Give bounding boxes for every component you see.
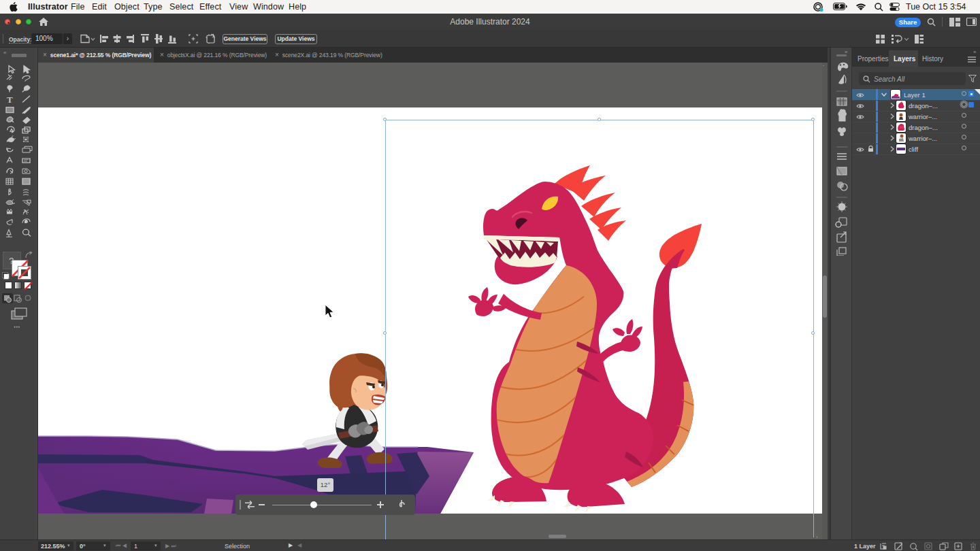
svg-text:T: T [7, 95, 13, 104]
